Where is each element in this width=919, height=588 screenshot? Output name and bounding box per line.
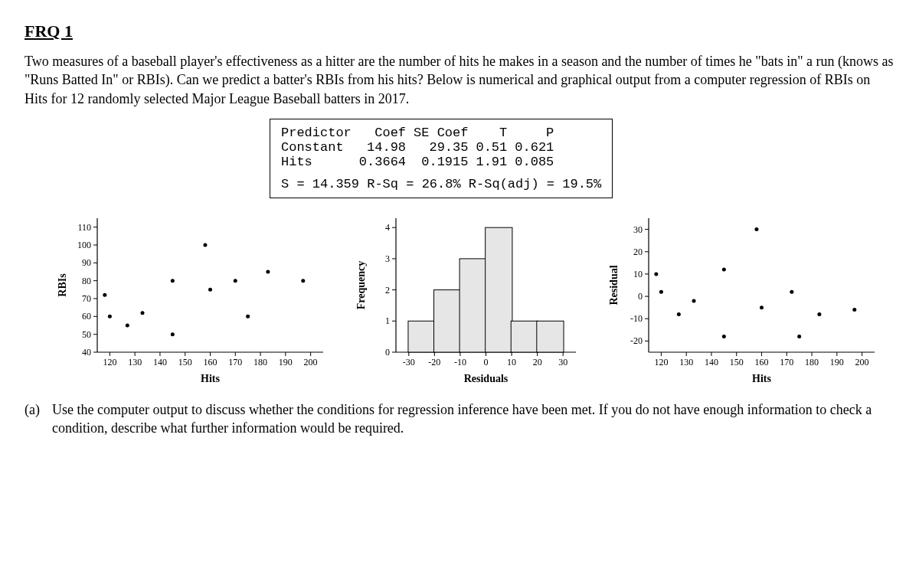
- cell-t: 0.51: [476, 140, 515, 155]
- cell-coef: 14.98: [359, 140, 414, 155]
- svg-text:50: 50: [82, 329, 91, 340]
- svg-text:140: 140: [705, 357, 718, 368]
- svg-text:4: 4: [385, 222, 390, 233]
- svg-text:160: 160: [204, 357, 217, 368]
- svg-point-129: [852, 308, 856, 312]
- regression-output-box: Predictor Coef SE Coef T P Constant 14.9…: [270, 119, 613, 198]
- svg-point-123: [722, 267, 726, 271]
- svg-text:110: 110: [77, 222, 91, 233]
- svg-point-38: [103, 293, 106, 297]
- svg-point-44: [203, 243, 207, 247]
- svg-text:170: 170: [228, 357, 242, 368]
- svg-text:20: 20: [633, 247, 643, 257]
- svg-text:0: 0: [385, 347, 390, 358]
- svg-point-119: [659, 290, 663, 294]
- svg-point-125: [760, 305, 764, 309]
- intro-paragraph: Two measures of a baseball player's effe…: [25, 52, 894, 108]
- svg-rect-83: [537, 321, 564, 352]
- svg-text:-10: -10: [630, 313, 643, 324]
- svg-point-118: [654, 272, 658, 276]
- regression-table: Predictor Coef SE Coef T P Constant 14.9…: [281, 126, 561, 169]
- svg-text:30: 30: [633, 224, 643, 234]
- svg-text:20: 20: [533, 357, 542, 368]
- charts-row: 1201301401501601701801902004050607080901…: [55, 211, 894, 387]
- svg-text:180: 180: [253, 357, 267, 368]
- svg-point-120: [677, 312, 681, 316]
- hdr-se: SE Coef: [414, 126, 476, 140]
- svg-point-41: [141, 311, 145, 315]
- regression-header-row: Predictor Coef SE Coef T P: [281, 126, 561, 140]
- svg-text:120: 120: [654, 357, 668, 368]
- svg-rect-81: [486, 227, 512, 352]
- cell-se: 0.1915: [414, 155, 476, 169]
- question-text: Use the computer output to discuss wheth…: [52, 400, 894, 438]
- svg-text:Frequency: Frequency: [355, 261, 367, 310]
- svg-text:190: 190: [279, 357, 293, 368]
- svg-point-128: [817, 312, 821, 316]
- svg-text:190: 190: [830, 357, 844, 368]
- cell-p: 0.621: [515, 140, 561, 155]
- svg-point-48: [266, 270, 270, 273]
- svg-point-126: [790, 290, 793, 294]
- svg-point-46: [234, 279, 237, 283]
- svg-text:150: 150: [730, 357, 744, 368]
- svg-point-40: [126, 323, 129, 327]
- svg-text:3: 3: [385, 253, 390, 264]
- page-title: FRQ 1: [25, 21, 894, 41]
- svg-text:-20: -20: [630, 335, 643, 346]
- svg-text:10: 10: [507, 357, 516, 368]
- svg-text:70: 70: [82, 293, 91, 304]
- svg-text:140: 140: [153, 357, 167, 368]
- cell-predictor: Hits: [281, 155, 359, 169]
- cell-predictor: Constant: [281, 140, 359, 155]
- cell-se: 29.35: [414, 140, 476, 155]
- cell-t: 1.91: [476, 155, 515, 169]
- svg-rect-80: [460, 259, 486, 352]
- hdr-coef: Coef: [359, 126, 414, 140]
- svg-text:80: 80: [82, 276, 91, 286]
- scatter-rbis-vs-hits: 1201301401501601701801902004050607080901…: [55, 211, 331, 387]
- cell-coef: 0.3664: [359, 155, 414, 169]
- svg-point-121: [692, 299, 696, 302]
- svg-point-49: [301, 279, 305, 283]
- svg-text:200: 200: [304, 357, 318, 368]
- hdr-p: P: [515, 126, 561, 140]
- svg-point-43: [171, 279, 175, 283]
- svg-text:RBIs: RBIs: [57, 273, 68, 297]
- question-marker: (a): [25, 400, 46, 438]
- svg-point-42: [171, 332, 175, 336]
- svg-rect-78: [408, 321, 435, 352]
- svg-text:40: 40: [82, 347, 91, 358]
- svg-point-39: [108, 315, 112, 318]
- svg-point-122: [722, 335, 726, 338]
- svg-text:Hits: Hits: [201, 373, 220, 384]
- hdr-t: T: [476, 126, 515, 140]
- svg-text:10: 10: [633, 269, 643, 279]
- svg-text:0: 0: [484, 357, 489, 368]
- cell-p: 0.085: [515, 155, 561, 169]
- svg-text:2: 2: [385, 284, 390, 295]
- svg-text:60: 60: [82, 311, 91, 322]
- histogram-residuals: -30-20-10010203001234ResidualsFrequency: [354, 211, 584, 387]
- svg-text:Hits: Hits: [752, 373, 771, 384]
- svg-rect-79: [434, 289, 461, 351]
- svg-text:170: 170: [780, 357, 793, 368]
- hdr-predictor: Predictor: [281, 126, 359, 140]
- question-a: (a) Use the computer output to discuss w…: [25, 400, 894, 438]
- svg-text:Residuals: Residuals: [464, 373, 509, 384]
- svg-rect-82: [511, 321, 538, 352]
- svg-point-45: [208, 288, 212, 292]
- svg-text:-30: -30: [403, 357, 415, 368]
- svg-point-124: [754, 227, 758, 231]
- svg-text:0: 0: [638, 291, 643, 302]
- svg-text:30: 30: [558, 357, 567, 368]
- svg-text:150: 150: [178, 357, 192, 368]
- svg-point-47: [246, 315, 250, 318]
- regression-row-hits: Hits 0.3664 0.1915 1.91 0.085: [281, 155, 561, 169]
- regression-stats-line: S = 14.359 R-Sq = 26.8% R-Sq(adj) = 19.5…: [281, 177, 601, 191]
- svg-text:Residual: Residual: [608, 265, 620, 305]
- svg-text:90: 90: [82, 257, 91, 268]
- svg-text:130: 130: [679, 357, 693, 368]
- svg-text:180: 180: [805, 357, 819, 368]
- svg-text:-10: -10: [454, 357, 466, 368]
